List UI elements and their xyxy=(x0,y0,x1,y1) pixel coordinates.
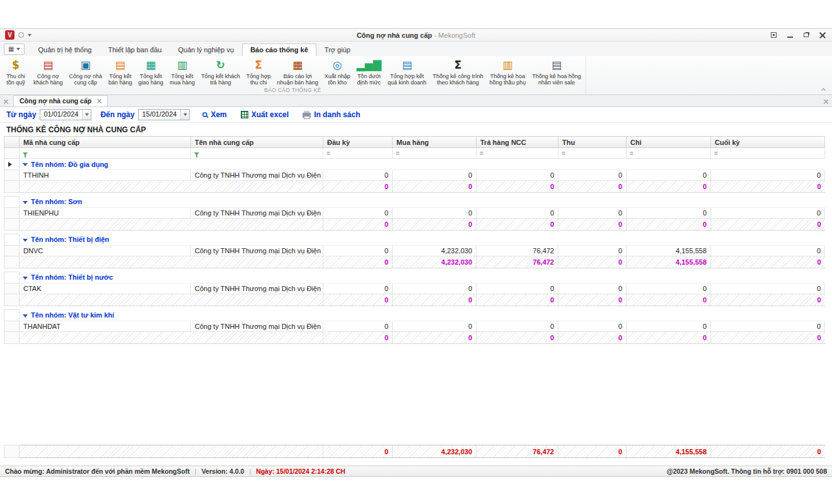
value-cell[interactable]: 0 xyxy=(558,246,627,256)
column-header-8[interactable]: Cuối kỳ xyxy=(711,137,825,148)
tab-close-icon[interactable] xyxy=(97,99,101,103)
column-header-1[interactable]: Mã nhà cung cấp xyxy=(20,137,191,148)
value-cell[interactable]: 0 xyxy=(627,321,711,332)
ribbon-button-15[interactable]: ▤Thống kê hoa hồng nhân viên sale xyxy=(529,57,584,86)
tabstrip-close-all-button[interactable] xyxy=(824,100,828,104)
supplier-code-cell[interactable]: THIENPHU xyxy=(20,208,191,219)
menu-tab-3[interactable]: Quản lý nghiệp vụ xyxy=(170,43,242,56)
value-cell[interactable]: 0 xyxy=(627,208,711,219)
value-cell[interactable]: 0 xyxy=(323,284,393,294)
value-cell[interactable]: 0 xyxy=(323,246,393,256)
row-selector[interactable] xyxy=(4,246,20,256)
ribbon-button-9[interactable]: ▦Báo cáo lợi nhuận bán hàng xyxy=(274,57,321,86)
ribbon-button-5[interactable]: ▦Tổng kết giao hàng xyxy=(136,57,167,86)
document-tab-supplier-debt[interactable]: Công nợ nhà cung cấp xyxy=(13,95,108,106)
filter-cell-8[interactable]: = xyxy=(711,148,825,159)
value-cell[interactable]: 0 xyxy=(323,321,393,332)
ribbon-button-11[interactable]: ▂▅▇Tồn dưới định mức xyxy=(354,57,384,86)
supplier-code-cell[interactable]: CTAK xyxy=(20,284,191,294)
supplier-code-cell[interactable]: TTHINH xyxy=(20,170,191,181)
filter-cell-4[interactable]: = xyxy=(393,148,477,159)
value-cell[interactable]: 0 xyxy=(477,208,558,219)
group-header-cell[interactable]: Tên nhóm: Thiết bị điện xyxy=(20,234,825,246)
menu-tab-5[interactable]: Trợ giúp xyxy=(316,43,359,56)
value-cell[interactable]: 76,472 xyxy=(477,246,558,256)
ribbon-button-2[interactable]: ▤Công nợ khách hàng xyxy=(30,57,66,86)
value-cell[interactable]: 0 xyxy=(711,170,825,181)
value-cell[interactable]: 0 xyxy=(558,170,627,181)
menu-tab-1[interactable]: Quản trị hệ thống xyxy=(30,43,100,56)
filter-cell-7[interactable]: = xyxy=(627,148,711,159)
ribbon-button-8[interactable]: ΣTổng hợp thu chi xyxy=(243,57,274,86)
ribbon-button-7[interactable]: ↻Tổng kết khách trả hàng xyxy=(198,57,243,86)
filter-cell-5[interactable]: = xyxy=(477,148,558,159)
value-cell[interactable]: 0 xyxy=(477,284,558,294)
group-header-cell[interactable]: Tên nhóm: Đồ gia dụng xyxy=(20,159,825,170)
filter-cell-2[interactable] xyxy=(191,148,323,159)
quick-access-icon[interactable] xyxy=(18,32,24,38)
window-close-button[interactable] xyxy=(818,31,827,40)
supplier-code-cell[interactable]: THANHDAT xyxy=(20,321,191,332)
ribbon-button-10[interactable]: ◎Xuất nhập tồn kho xyxy=(321,57,354,86)
value-cell[interactable]: 0 xyxy=(711,284,825,294)
row-selector[interactable] xyxy=(4,310,20,321)
value-cell[interactable]: 0 xyxy=(393,284,477,294)
row-selector[interactable] xyxy=(4,170,20,181)
value-cell[interactable]: 0 xyxy=(477,321,558,332)
ribbon-button-4[interactable]: ▤Tổng kết bán hàng xyxy=(105,57,136,86)
quick-access-dropdown-icon[interactable] xyxy=(28,34,32,37)
value-cell[interactable]: 0 xyxy=(477,170,558,181)
supplier-name-cell[interactable]: Công ty TNHH Thương mại Dịch vụ Điện nướ… xyxy=(191,246,323,256)
to-date-value[interactable]: 15/01/2024 xyxy=(139,110,180,120)
row-selector[interactable] xyxy=(4,197,20,208)
export-excel-button[interactable]: Xuất excel xyxy=(241,110,289,119)
value-cell[interactable]: 4,232,030 xyxy=(393,246,477,256)
supplier-name-cell[interactable]: Công ty TNHH Thương mại Dịch vụ Điện nướ… xyxy=(191,208,323,219)
value-cell[interactable]: 0 xyxy=(323,170,393,181)
tabstrip-close-button[interactable] xyxy=(4,100,8,104)
value-cell[interactable]: 0 xyxy=(393,170,477,181)
supplier-name-cell[interactable]: Công ty TNHH Thương mại Dịch vụ Điện nướ… xyxy=(191,170,323,181)
ribbon-collapse-button[interactable] xyxy=(819,86,827,93)
app-menu-button[interactable]: ▦ xyxy=(4,43,25,55)
value-cell[interactable]: 0 xyxy=(711,246,825,256)
from-date-value[interactable]: 01/01/2024 xyxy=(40,110,82,120)
ribbon-button-14[interactable]: ▥Thống kê hoa hồng thầu phụ xyxy=(487,57,529,86)
column-header-6[interactable]: Thu xyxy=(558,137,627,148)
value-cell[interactable]: 0 xyxy=(627,170,711,181)
menu-tab-4[interactable]: Báo cáo thống kê xyxy=(242,43,316,56)
group-header-cell[interactable]: Tên nhóm: Thiết bị nước xyxy=(20,272,825,284)
to-date-input[interactable]: 15/01/2024 xyxy=(138,109,190,120)
group-header-cell[interactable]: Tên nhóm: Sơn xyxy=(20,197,825,208)
column-header-2[interactable]: Tên nhà cung cấp xyxy=(191,137,323,148)
row-selector[interactable] xyxy=(4,208,20,219)
value-cell[interactable]: 4,155,558 xyxy=(627,246,711,256)
ribbon-button-13[interactable]: ΣThống kê công trình theo khách hàng xyxy=(430,57,487,86)
value-cell[interactable]: 0 xyxy=(711,208,825,219)
maximize-button[interactable] xyxy=(802,31,811,40)
value-cell[interactable]: 0 xyxy=(393,321,477,332)
fullscreen-button[interactable] xyxy=(769,31,778,40)
to-date-dropdown-button[interactable] xyxy=(180,110,189,120)
row-selector[interactable] xyxy=(4,272,20,284)
app-logo[interactable]: V xyxy=(5,30,14,40)
value-cell[interactable]: 0 xyxy=(627,284,711,294)
row-selector[interactable] xyxy=(4,159,20,170)
value-cell[interactable]: 0 xyxy=(558,284,627,294)
group-header-cell[interactable]: Tên nhóm: Vật tư kim khí xyxy=(20,310,825,321)
ribbon-button-6[interactable]: ▥Tổng kết mua hàng xyxy=(166,57,198,86)
column-header-3[interactable]: Đầu kỳ xyxy=(323,137,393,148)
column-header-5[interactable]: Trả hàng NCC xyxy=(477,137,558,148)
minimize-button[interactable] xyxy=(785,31,794,40)
view-button[interactable]: Xem xyxy=(202,110,226,119)
value-cell[interactable]: 0 xyxy=(558,208,627,219)
from-date-input[interactable]: 01/01/2024 xyxy=(40,109,91,120)
ribbon-button-3[interactable]: ▣Công nợ nhà cung cấp xyxy=(66,57,105,86)
value-cell[interactable]: 0 xyxy=(393,208,477,219)
value-cell[interactable]: 0 xyxy=(558,321,627,332)
row-selector[interactable] xyxy=(4,284,20,294)
value-cell[interactable]: 0 xyxy=(711,321,825,332)
supplier-name-cell[interactable]: Công ty TNHH Thương mại Dịch vụ Điện nướ… xyxy=(191,284,323,294)
value-cell[interactable]: 0 xyxy=(323,208,393,219)
ribbon-button-12[interactable]: ▤Tổng hợp kết quả kinh doanh xyxy=(384,57,430,86)
